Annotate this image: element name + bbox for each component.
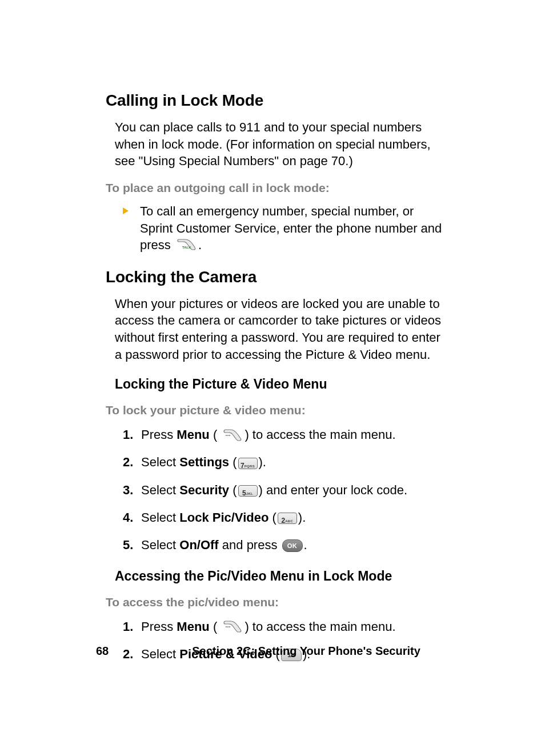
ok-key-icon: OK xyxy=(282,539,303,552)
step-2: Select Settings (7PQRS). xyxy=(123,453,448,472)
step-1: Press Menu ( ) to access the main menu. xyxy=(123,617,448,637)
bullet-item-emergency: To call an emergency number, special num… xyxy=(123,203,448,254)
steps-lock-picvid: Press Menu ( ) to access the main menu. … xyxy=(106,425,448,554)
five-key-icon: 5JKL xyxy=(238,485,258,497)
text: Select xyxy=(141,455,179,469)
svg-point-0 xyxy=(226,435,227,436)
subheading-lock-pic-video: Locking the Picture & Video Menu xyxy=(106,377,448,392)
svg-point-5 xyxy=(229,626,230,627)
talk-label: TALK xyxy=(182,246,191,249)
section-label: Section 2C: Setting Your Phone's Securit… xyxy=(165,645,448,658)
bold-settings: Settings xyxy=(179,455,229,469)
svg-point-3 xyxy=(226,626,227,627)
text: Press xyxy=(141,619,177,634)
text: Select xyxy=(141,483,179,497)
step-1: Press Menu ( ) to access the main menu. xyxy=(123,425,448,445)
text: Press xyxy=(141,427,177,442)
instruction-lead-access-picvid: To access the pic/video menu: xyxy=(106,595,448,609)
menu-phone-icon xyxy=(222,619,243,635)
bold-security: Security xyxy=(179,483,229,497)
text: ( xyxy=(229,483,237,497)
bold-lockpicvid: Lock Pic/Video xyxy=(179,510,269,525)
seven-key-icon: 7PQRS xyxy=(238,458,258,469)
text: ). xyxy=(298,510,306,525)
manual-page: Calling in Lock Mode You can place calls… xyxy=(0,0,545,756)
paragraph-locking-camera: When your pictures or videos are locked … xyxy=(106,295,448,363)
paragraph-calling-lock: You can place calls to 911 and to your s… xyxy=(106,119,448,170)
text: ) to access the main menu. xyxy=(245,619,395,634)
text: ). xyxy=(259,455,266,469)
talk-key-icon: TALK xyxy=(175,238,197,254)
step-5: Select On/Off and press OK. xyxy=(123,535,448,555)
bold-menu: Menu xyxy=(177,427,209,442)
text: ) to access the main menu. xyxy=(245,427,395,442)
subheading-access-picvid: Accessing the Pic/Video Menu in Lock Mod… xyxy=(106,569,448,584)
text: Select xyxy=(141,510,179,525)
menu-phone-icon xyxy=(222,428,243,444)
instruction-lead-lock-picvid: To lock your picture & video menu: xyxy=(106,403,448,417)
text: ( xyxy=(210,619,217,634)
text: and press xyxy=(219,538,281,552)
page-footer: 68 Section 2C: Setting Your Phone's Secu… xyxy=(0,645,545,658)
heading-calling-lock-mode: Calling in Lock Mode xyxy=(106,91,448,110)
svg-point-4 xyxy=(227,626,229,627)
bold-onoff: On/Off xyxy=(179,538,218,552)
text: ( xyxy=(229,455,237,469)
svg-point-2 xyxy=(229,435,230,436)
step-4: Select Lock Pic/Video (2ABC). xyxy=(123,508,448,527)
bullet-text-after: . xyxy=(198,238,202,252)
bullet-list-outgoing: To call an emergency number, special num… xyxy=(106,203,448,254)
heading-locking-camera: Locking the Camera xyxy=(106,268,448,286)
text: . xyxy=(304,538,307,552)
text: ( xyxy=(269,510,276,525)
text: ( xyxy=(210,427,217,442)
svg-point-1 xyxy=(227,435,229,436)
two-key-icon: 2ABC xyxy=(278,513,297,524)
instruction-lead-outgoing: To place an outgoing call in lock mode: xyxy=(106,181,448,195)
text: Select xyxy=(141,538,179,552)
bold-menu: Menu xyxy=(177,619,209,634)
text: ) and enter your lock code. xyxy=(259,483,407,497)
step-3: Select Security (5JKL) and enter your lo… xyxy=(123,481,448,500)
page-number: 68 xyxy=(96,645,109,658)
